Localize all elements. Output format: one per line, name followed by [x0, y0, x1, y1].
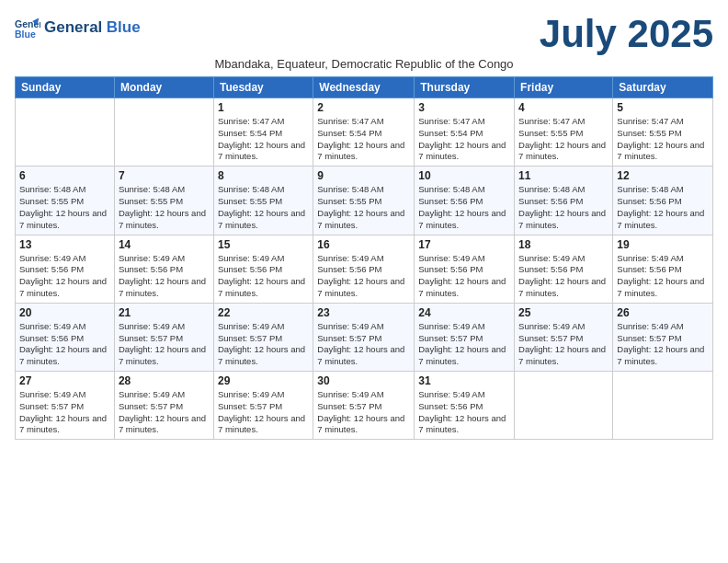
day-number: 7	[119, 169, 210, 182]
calendar-cell: 27Sunrise: 5:49 AMSunset: 5:57 PMDayligh…	[16, 372, 115, 440]
day-info: Sunrise: 5:49 AMSunset: 5:57 PMDaylight:…	[617, 321, 709, 368]
day-number: 6	[19, 169, 110, 182]
calendar-week-row: 6Sunrise: 5:48 AMSunset: 5:55 PMDaylight…	[16, 167, 713, 235]
calendar-cell: 29Sunrise: 5:49 AMSunset: 5:57 PMDayligh…	[213, 372, 313, 440]
day-info: Sunrise: 5:48 AMSunset: 5:55 PMDaylight:…	[119, 184, 210, 231]
calendar-week-row: 1Sunrise: 5:47 AMSunset: 5:54 PMDaylight…	[16, 98, 713, 167]
day-number: 29	[218, 374, 309, 387]
day-number: 25	[518, 306, 609, 319]
day-number: 9	[317, 169, 410, 182]
day-info: Sunrise: 5:49 AMSunset: 5:56 PMDaylight:…	[317, 253, 410, 300]
day-number: 15	[218, 238, 309, 251]
day-number: 14	[119, 238, 210, 251]
logo-wrapper: General Blue General Blue	[15, 15, 141, 40]
day-number: 20	[19, 306, 110, 319]
day-number: 10	[418, 169, 510, 182]
calendar-header-tuesday: Tuesday	[213, 77, 313, 98]
day-number: 30	[317, 374, 410, 387]
calendar-cell: 18Sunrise: 5:49 AMSunset: 5:56 PMDayligh…	[515, 235, 613, 303]
day-info: Sunrise: 5:49 AMSunset: 5:57 PMDaylight:…	[218, 389, 309, 436]
day-info: Sunrise: 5:49 AMSunset: 5:57 PMDaylight:…	[119, 389, 210, 436]
calendar-table: SundayMondayTuesdayWednesdayThursdayFrid…	[15, 76, 713, 440]
calendar-header-friday: Friday	[515, 77, 613, 98]
day-info: Sunrise: 5:47 AMSunset: 5:55 PMDaylight:…	[518, 116, 609, 163]
calendar-cell: 5Sunrise: 5:47 AMSunset: 5:55 PMDaylight…	[613, 98, 713, 167]
calendar-cell: 13Sunrise: 5:49 AMSunset: 5:56 PMDayligh…	[16, 235, 115, 303]
calendar-week-row: 13Sunrise: 5:49 AMSunset: 5:56 PMDayligh…	[16, 235, 713, 303]
calendar-cell	[613, 372, 713, 440]
calendar-header-wednesday: Wednesday	[313, 77, 415, 98]
calendar-cell: 15Sunrise: 5:49 AMSunset: 5:56 PMDayligh…	[213, 235, 313, 303]
day-number: 23	[317, 306, 410, 319]
day-info: Sunrise: 5:48 AMSunset: 5:55 PMDaylight:…	[317, 184, 410, 231]
calendar-cell: 30Sunrise: 5:49 AMSunset: 5:57 PMDayligh…	[313, 372, 415, 440]
day-number: 24	[418, 306, 510, 319]
calendar-header-monday: Monday	[114, 77, 213, 98]
day-info: Sunrise: 5:48 AMSunset: 5:56 PMDaylight:…	[617, 184, 709, 231]
calendar-cell: 20Sunrise: 5:49 AMSunset: 5:56 PMDayligh…	[16, 303, 115, 371]
day-number: 1	[218, 101, 309, 114]
day-number: 28	[119, 374, 210, 387]
day-info: Sunrise: 5:49 AMSunset: 5:56 PMDaylight:…	[418, 253, 510, 300]
calendar-cell: 14Sunrise: 5:49 AMSunset: 5:56 PMDayligh…	[114, 235, 213, 303]
calendar-cell: 23Sunrise: 5:49 AMSunset: 5:57 PMDayligh…	[313, 303, 415, 371]
month-title: July 2025	[540, 15, 713, 53]
day-info: Sunrise: 5:49 AMSunset: 5:57 PMDaylight:…	[317, 389, 410, 436]
day-info: Sunrise: 5:48 AMSunset: 5:55 PMDaylight:…	[218, 184, 309, 231]
day-number: 17	[418, 238, 510, 251]
logo-line1: General	[44, 18, 102, 36]
day-info: Sunrise: 5:48 AMSunset: 5:56 PMDaylight:…	[418, 184, 510, 231]
day-info: Sunrise: 5:47 AMSunset: 5:54 PMDaylight:…	[317, 116, 410, 163]
calendar-header-saturday: Saturday	[613, 77, 713, 98]
calendar-cell: 21Sunrise: 5:49 AMSunset: 5:57 PMDayligh…	[114, 303, 213, 371]
day-info: Sunrise: 5:47 AMSunset: 5:54 PMDaylight:…	[218, 116, 309, 163]
day-info: Sunrise: 5:49 AMSunset: 5:56 PMDaylight:…	[19, 321, 110, 368]
calendar-week-row: 20Sunrise: 5:49 AMSunset: 5:56 PMDayligh…	[16, 303, 713, 371]
calendar-cell	[16, 98, 115, 167]
day-info: Sunrise: 5:49 AMSunset: 5:56 PMDaylight:…	[518, 253, 609, 300]
day-info: Sunrise: 5:49 AMSunset: 5:56 PMDaylight:…	[119, 253, 210, 300]
calendar-week-row: 27Sunrise: 5:49 AMSunset: 5:57 PMDayligh…	[16, 372, 713, 440]
header: General Blue General Blue July 2025	[15, 15, 713, 53]
day-info: Sunrise: 5:48 AMSunset: 5:55 PMDaylight:…	[19, 184, 110, 231]
calendar-cell: 7Sunrise: 5:48 AMSunset: 5:55 PMDaylight…	[114, 167, 213, 235]
calendar-cell: 2Sunrise: 5:47 AMSunset: 5:54 PMDaylight…	[313, 98, 415, 167]
calendar-cell: 19Sunrise: 5:49 AMSunset: 5:56 PMDayligh…	[613, 235, 713, 303]
calendar-header-row: SundayMondayTuesdayWednesdayThursdayFrid…	[16, 77, 713, 98]
calendar-header-thursday: Thursday	[415, 77, 515, 98]
day-info: Sunrise: 5:49 AMSunset: 5:56 PMDaylight:…	[218, 253, 309, 300]
calendar-cell: 11Sunrise: 5:48 AMSunset: 5:56 PMDayligh…	[515, 167, 613, 235]
day-info: Sunrise: 5:49 AMSunset: 5:57 PMDaylight:…	[119, 321, 210, 368]
day-info: Sunrise: 5:49 AMSunset: 5:56 PMDaylight:…	[19, 253, 110, 300]
calendar-cell: 10Sunrise: 5:48 AMSunset: 5:56 PMDayligh…	[415, 167, 515, 235]
day-number: 8	[218, 169, 309, 182]
calendar-cell: 12Sunrise: 5:48 AMSunset: 5:56 PMDayligh…	[613, 167, 713, 235]
calendar-cell: 16Sunrise: 5:49 AMSunset: 5:56 PMDayligh…	[313, 235, 415, 303]
day-info: Sunrise: 5:47 AMSunset: 5:54 PMDaylight:…	[418, 116, 510, 163]
day-number: 31	[418, 374, 510, 387]
logo: General Blue General Blue	[15, 15, 141, 40]
day-info: Sunrise: 5:47 AMSunset: 5:55 PMDaylight:…	[617, 116, 709, 163]
calendar-cell: 6Sunrise: 5:48 AMSunset: 5:55 PMDaylight…	[16, 167, 115, 235]
calendar-cell: 9Sunrise: 5:48 AMSunset: 5:55 PMDaylight…	[313, 167, 415, 235]
calendar-cell: 8Sunrise: 5:48 AMSunset: 5:55 PMDaylight…	[213, 167, 313, 235]
day-info: Sunrise: 5:49 AMSunset: 5:57 PMDaylight:…	[218, 321, 309, 368]
calendar-cell: 17Sunrise: 5:49 AMSunset: 5:56 PMDayligh…	[415, 235, 515, 303]
subtitle: Mbandaka, Equateur, Democratic Republic …	[15, 57, 713, 71]
day-info: Sunrise: 5:49 AMSunset: 5:57 PMDaylight:…	[518, 321, 609, 368]
calendar-cell: 28Sunrise: 5:49 AMSunset: 5:57 PMDayligh…	[114, 372, 213, 440]
calendar-cell: 25Sunrise: 5:49 AMSunset: 5:57 PMDayligh…	[515, 303, 613, 371]
logo-line2: Blue	[107, 18, 141, 36]
day-number: 13	[19, 238, 110, 251]
calendar-cell: 31Sunrise: 5:49 AMSunset: 5:56 PMDayligh…	[415, 372, 515, 440]
calendar-cell: 22Sunrise: 5:49 AMSunset: 5:57 PMDayligh…	[213, 303, 313, 371]
calendar-cell	[515, 372, 613, 440]
day-info: Sunrise: 5:49 AMSunset: 5:57 PMDaylight:…	[19, 389, 110, 436]
day-number: 26	[617, 306, 709, 319]
day-number: 21	[119, 306, 210, 319]
day-info: Sunrise: 5:48 AMSunset: 5:56 PMDaylight:…	[518, 184, 609, 231]
calendar-cell: 26Sunrise: 5:49 AMSunset: 5:57 PMDayligh…	[613, 303, 713, 371]
day-number: 11	[518, 169, 609, 182]
day-number: 5	[617, 101, 709, 114]
day-number: 22	[218, 306, 309, 319]
